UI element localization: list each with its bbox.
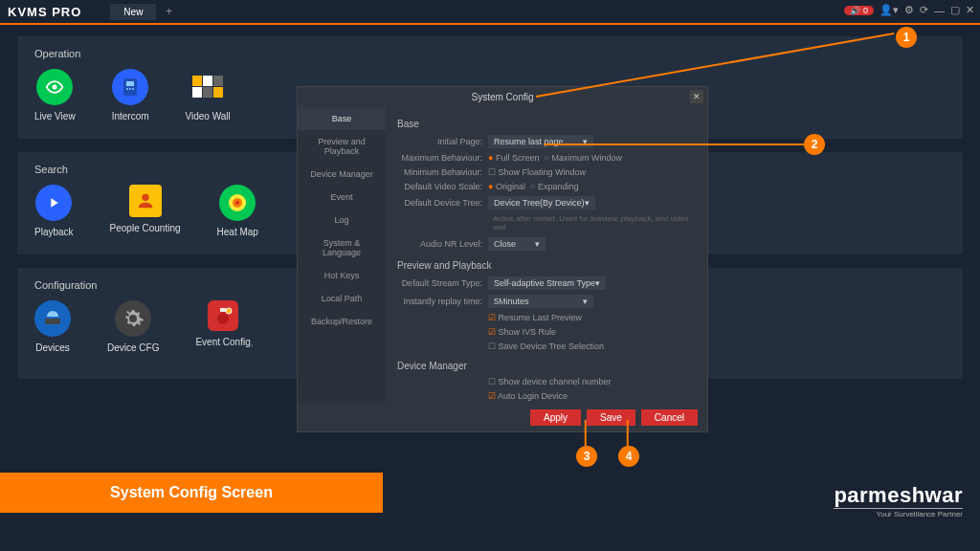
intercom-item[interactable]: Intercom [112,69,149,121]
devmgr-heading: Device Manager [397,361,696,371]
svg-rect-10 [203,87,212,98]
svg-rect-18 [220,308,226,312]
chk-ivs[interactable]: Show IVS Rule [488,327,556,337]
cancel-button[interactable]: Cancel [641,409,698,426]
svg-rect-9 [192,87,202,98]
devices-icon [34,300,71,337]
stream-select[interactable]: Self-adaptive Stream Type▾ [488,276,606,290]
replay-select[interactable]: 5Minutes▾ [488,295,593,308]
add-tab-button[interactable]: + [166,5,172,18]
dtree-label: Default Device Tree: [397,198,488,208]
max-beh-label: Maximum Behaviour: [397,153,488,163]
dtree-hint: Active after restart. Used for liveview,… [493,214,696,231]
svg-point-0 [53,85,57,90]
base-heading: Base [397,119,696,129]
chk-savetree[interactable]: Save Device Tree Selection [488,342,604,351]
nav-system-lang[interactable]: System & Language [298,231,386,264]
arrow-3 [585,420,587,447]
video-wall-label: Video Wall [186,111,231,121]
chk-autologin[interactable]: Auto Login Device [488,391,568,401]
title-bar: KVMS PRO New + 🔊0 👤▾ ⚙ ⟳ — ▢ ✕ [0,0,980,23]
people-counting-item[interactable]: People Counting [110,185,181,237]
devices-item[interactable]: Devices [34,300,71,362]
nav-local-path[interactable]: Local Path [298,287,386,310]
chk-floating[interactable]: Show Floating Window [488,167,586,177]
callout-4: 4 [618,446,639,467]
dialog-content: Base Initial Page: Resume last page▾ Max… [386,107,707,404]
nav-base[interactable]: Base [298,107,386,130]
nav-preview[interactable]: Preview and Playback [298,130,386,163]
audio-nr-select[interactable]: Close▾ [488,237,546,251]
svg-point-3 [126,88,128,90]
device-tree-select[interactable]: Device Tree(By Device)▾ [488,196,595,209]
refresh-icon[interactable]: ⟳ [920,4,928,16]
chk-channel[interactable]: Show device channel number [488,377,612,386]
maximize-icon[interactable]: ▢ [950,4,960,16]
caption-bar: System Config Screen [0,473,383,513]
radio-maxwindow[interactable]: Maximum Window [544,153,621,163]
radio-expanding[interactable]: Expanding [530,182,578,191]
dialog-close-button[interactable]: ✕ [690,90,703,103]
tab-new[interactable]: New [110,4,156,20]
callout-1: 1 [896,27,917,48]
dialog-title: System Config ✕ [298,87,707,107]
video-wall-item[interactable]: Video Wall [186,69,231,121]
video-wall-icon [189,69,226,105]
chevron-down-icon: ▾ [585,198,590,208]
system-config-dialog: System Config ✕ Base Preview and Playbac… [297,86,708,432]
brand-logo: parmeshwar Your Surveillance Partner [834,483,963,518]
device-cfg-label: Device CFG [107,342,159,353]
device-cfg-item[interactable]: Device CFG [107,300,159,362]
apply-button[interactable]: Apply [530,409,581,426]
stream-label: Default Stream Type: [397,278,488,288]
gear-icon[interactable]: ⚙ [904,4,914,16]
event-config-label: Event Config [195,337,250,347]
svg-rect-6 [192,76,202,86]
close-icon[interactable]: ✕ [966,4,974,16]
gear-cfg-icon [115,300,151,337]
operation-title: Operation [34,48,946,59]
nav-event[interactable]: Event [298,186,386,209]
dialog-title-text: System Config [471,92,533,102]
initial-page-select[interactable]: Resume last page▾ [488,135,593,148]
svg-point-12 [142,194,148,201]
dialog-footer: Apply Save Cancel [298,404,707,431]
chevron-down-icon: ▾ [583,137,588,146]
intercom-icon [112,69,148,105]
nav-hotkeys[interactable]: Hot Keys [298,264,386,287]
app-logo: KVMS PRO [8,5,81,19]
nav-log[interactable]: Log [298,209,386,231]
chevron-right-icon[interactable]: › [251,342,254,350]
svg-rect-11 [213,87,223,98]
people-icon [129,185,162,217]
alarm-badge[interactable]: 🔊0 [844,6,874,15]
replay-label: Instantly replay time: [397,297,488,306]
nav-device-manager[interactable]: Device Manager [298,163,386,186]
live-view-item[interactable]: Live View [34,69,76,121]
playback-item[interactable]: Playback [34,185,74,237]
app-name: KVMS PRO [8,5,81,19]
radio-fullscreen[interactable]: Full Screen [488,153,539,163]
radio-original[interactable]: Original [488,182,525,191]
alarm-icon [208,300,238,331]
chevron-down-icon: ▾ [535,239,540,249]
heat-map-item[interactable]: Heat Map [217,185,258,237]
min-beh-label: Minimum Behaviour: [397,167,488,177]
brand-tagline: Your Surveillance Partner [834,508,963,518]
preview-heading: Preview and Playback [397,260,696,271]
chevron-down-icon: ▾ [595,278,600,288]
nav-backup[interactable]: Backup/Restore [298,310,386,333]
svg-rect-8 [213,76,223,86]
svg-rect-16 [45,319,60,324]
chk-resume[interactable]: Resume Last Preview [488,313,582,322]
vscale-label: Default Video Scale: [397,182,488,191]
user-icon[interactable]: 👤▾ [880,4,899,16]
callout-3: 3 [576,446,597,467]
live-view-label: Live View [34,111,76,121]
minimize-icon[interactable]: — [934,5,945,16]
arrow-4 [627,420,629,447]
svg-rect-1 [123,78,137,96]
people-label: People Counting [110,223,181,233]
event-config-item[interactable]: Event Config › [195,300,250,362]
svg-point-17 [217,313,229,324]
